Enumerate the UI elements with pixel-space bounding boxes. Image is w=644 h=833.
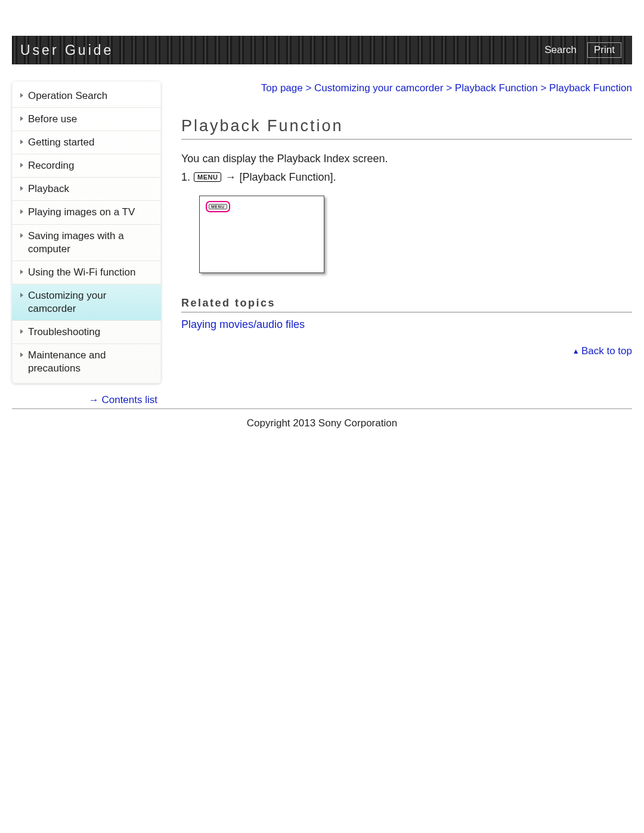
sidebar-item-label: Using the Wi-Fi function (28, 266, 135, 279)
sidebar-item-2[interactable]: Getting started (12, 131, 161, 154)
header-bar: User Guide Search Print (12, 36, 632, 64)
breadcrumb-part-3[interactable]: Playback Function (549, 82, 632, 94)
sidebar-item-label: Playing images on a TV (28, 206, 135, 219)
sidebar-item-4[interactable]: Playback (12, 177, 161, 200)
breadcrumb: Top page > Customizing your camcorder > … (181, 81, 632, 95)
step-number: 1. (181, 171, 190, 184)
chevron-right-icon (20, 352, 23, 357)
chevron-right-icon (20, 140, 23, 144)
sidebar-item-5[interactable]: Playing images on a TV (12, 200, 161, 224)
sidebar-item-label: Saving images with a computer (28, 230, 153, 256)
sidebar-item-9[interactable]: Troubleshooting (12, 320, 161, 343)
chevron-right-icon (20, 163, 23, 168)
menu-icon: MENU (194, 172, 221, 182)
sidebar-item-1[interactable]: Before use (12, 107, 161, 131)
back-to-top-link[interactable]: Back to top (572, 345, 632, 357)
sidebar-item-label: Getting started (28, 136, 95, 149)
step-target: [Playback Function]. (239, 171, 336, 184)
chevron-right-icon (20, 233, 23, 238)
sidebar-nav: Operation SearchBefore useGetting starte… (12, 81, 161, 383)
sidebar-item-0[interactable]: Operation Search (12, 85, 161, 107)
header-actions: Search Print (544, 42, 621, 58)
header-title: User Guide (20, 42, 113, 58)
sidebar-item-label: Operation Search (28, 89, 107, 103)
sidebar-item-3[interactable]: Recording (12, 154, 161, 177)
sidebar-item-label: Recording (28, 159, 75, 172)
related-topics-heading: Related topics (181, 297, 632, 312)
search-link[interactable]: Search (544, 44, 577, 56)
sidebar-item-label: Customizing your camcorder (28, 289, 153, 315)
contents-list-row: Contents list (12, 389, 161, 406)
breadcrumb-part-2[interactable]: Playback Function (455, 82, 538, 94)
sidebar-item-8[interactable]: Customizing your camcorder (12, 284, 161, 320)
page-title: Playback Function (181, 117, 632, 140)
copyright-text: Copyright 2013 Sony Corporation (12, 417, 632, 429)
back-to-top-row: Back to top (181, 345, 632, 357)
menu-highlight: MENU (206, 201, 230, 212)
sidebar-item-label: Before use (28, 113, 77, 126)
contents-list-link[interactable]: Contents list (89, 394, 157, 405)
breadcrumb-part-0[interactable]: Top page (261, 82, 303, 94)
sidebar-item-label: Maintenance and precautions (28, 349, 153, 375)
step-1: 1. MENU → [Playback Function]. (181, 171, 632, 184)
screen-illustration: MENU (199, 196, 324, 273)
chevron-right-icon (20, 186, 23, 191)
related-topic-link[interactable]: Playing movies/audio files (181, 318, 305, 331)
print-button[interactable]: Print (587, 42, 621, 58)
intro-text: You can display the Playback Index scree… (181, 153, 632, 165)
sidebar-item-label: Playback (28, 182, 69, 196)
chevron-right-icon (20, 116, 23, 121)
breadcrumb-part-1[interactable]: Customizing your camcorder (314, 82, 443, 94)
sidebar-item-label: Troubleshooting (28, 326, 100, 339)
arrow-right-icon: → (225, 171, 236, 184)
sidebar-item-6[interactable]: Saving images with a computer (12, 224, 161, 261)
sidebar-item-10[interactable]: Maintenance and precautions (12, 343, 161, 380)
sidebar-column: Operation SearchBefore useGetting starte… (12, 81, 161, 406)
menu-icon-small: MENU (209, 204, 227, 209)
chevron-right-icon (20, 329, 23, 334)
chevron-right-icon (20, 293, 23, 298)
chevron-right-icon (20, 209, 23, 214)
main-content: Top page > Customizing your camcorder > … (161, 81, 632, 362)
chevron-right-icon (20, 93, 23, 98)
footer-divider (12, 408, 632, 409)
chevron-right-icon (20, 270, 23, 274)
sidebar-item-7[interactable]: Using the Wi-Fi function (12, 261, 161, 284)
